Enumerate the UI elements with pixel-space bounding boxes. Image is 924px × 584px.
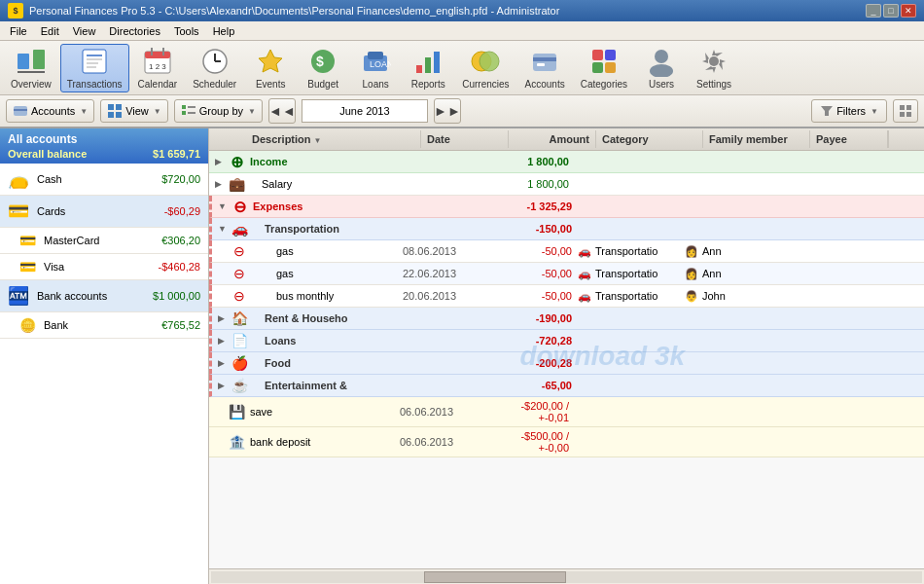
view-btn-label: View bbox=[125, 105, 149, 117]
horizontal-scrollbar[interactable] bbox=[209, 568, 924, 584]
overall-balance-label: Overall balance bbox=[8, 148, 87, 160]
sidebar-item-cash[interactable]: 👝 Cash $720,00 bbox=[0, 164, 208, 196]
col-header-description[interactable]: Description ▼ bbox=[246, 130, 421, 148]
sidebar-item-cards[interactable]: 💳 Cards -$60,29 bbox=[0, 196, 208, 228]
expand-icon[interactable]: ▶ bbox=[218, 313, 230, 323]
maximize-button[interactable]: □ bbox=[883, 4, 899, 18]
currencies-icon bbox=[470, 46, 501, 77]
menu-tools[interactable]: Tools bbox=[168, 24, 205, 38]
groupby-button[interactable]: Group by ▼ bbox=[174, 99, 263, 123]
bank-label: Bank bbox=[44, 319, 154, 331]
h-scroll-thumb[interactable] bbox=[424, 571, 566, 583]
toolbar-scheduler[interactable]: Scheduler bbox=[186, 44, 243, 92]
col-header-family[interactable]: Family member bbox=[703, 130, 810, 148]
view-dropdown-arrow: ▼ bbox=[154, 107, 161, 116]
expand-icon[interactable]: ▶ bbox=[218, 381, 230, 390]
expand-icon[interactable]: ▼ bbox=[218, 201, 230, 211]
mastercard-amount: €306,20 bbox=[161, 235, 200, 246]
expand-icon[interactable]: ▶ bbox=[218, 358, 230, 368]
table-row[interactable]: ▶ ⊕ Income 1 800,00 bbox=[209, 151, 924, 173]
view-icon bbox=[107, 103, 123, 119]
table-row[interactable]: ▶ 🏠 Rent & Househo -190,00 bbox=[209, 308, 924, 330]
toolbar-users-label: Users bbox=[649, 79, 674, 90]
food-desc: Food bbox=[249, 357, 403, 369]
expand-icon[interactable]: ▶ bbox=[215, 179, 227, 189]
gas2-category: 🚗 Transportatio bbox=[578, 268, 685, 280]
toolbar-currencies[interactable]: Currencies bbox=[455, 44, 515, 92]
overall-balance-amount: $1 659,71 bbox=[153, 148, 200, 160]
view-button[interactable]: View ▼ bbox=[100, 99, 168, 123]
accounts-btn-label: Accounts bbox=[31, 105, 75, 117]
minimize-button[interactable]: _ bbox=[866, 4, 881, 18]
toolbar-reports[interactable]: Reports bbox=[403, 44, 453, 92]
svg-rect-27 bbox=[533, 54, 556, 71]
toolbar-accounts-label: Accounts bbox=[525, 79, 565, 90]
next-period-button[interactable]: ►► bbox=[434, 98, 461, 124]
save-amount: -$200,00 / +-0,01 bbox=[487, 400, 575, 423]
col-header-date[interactable]: Date bbox=[421, 130, 509, 148]
table-row[interactable]: ▼ ⊖ Expenses -1 325,29 bbox=[209, 196, 924, 218]
table-row[interactable]: ▼ 🚗 Transportation -150,00 bbox=[209, 218, 924, 240]
all-accounts-label: All accounts bbox=[8, 132, 200, 146]
table-row[interactable]: 💾 save 06.06.2013 -$200,00 / +-0,01 bbox=[209, 397, 924, 427]
toolbar-categories[interactable]: Categories bbox=[574, 44, 634, 92]
h-scroll-track[interactable] bbox=[211, 571, 922, 583]
menu-directories[interactable]: Directories bbox=[103, 24, 166, 38]
table-row[interactable]: ▶ 📄 Loans -720,28 bbox=[209, 330, 924, 352]
toolbar-overview[interactable]: Overview bbox=[4, 44, 58, 92]
table-row[interactable]: ▶ 🍎 Food -200,28 bbox=[209, 352, 924, 375]
salary-icon: 💼 bbox=[227, 176, 246, 192]
table-row[interactable]: ⊖ gas 22.06.2013 -50,00 🚗 Transportatio … bbox=[209, 263, 924, 285]
gas2-fam-icon: 👩 bbox=[685, 268, 698, 280]
expand-icon[interactable]: ▼ bbox=[218, 224, 230, 234]
sidebar-item-mastercard[interactable]: 💳 MasterCard €306,20 bbox=[0, 228, 208, 254]
menu-view[interactable]: View bbox=[67, 24, 102, 38]
filters-button[interactable]: Filters ▼ bbox=[811, 99, 887, 123]
accounts-button[interactable]: Accounts ▼ bbox=[6, 99, 94, 123]
gas1-fam-icon: 👩 bbox=[685, 245, 698, 258]
table-row[interactable]: ⊖ gas 08.06.2013 -50,00 🚗 Transportatio … bbox=[209, 240, 924, 263]
layout-button[interactable] bbox=[893, 99, 918, 123]
expand-icon[interactable]: ▶ bbox=[215, 157, 227, 166]
title-bar: $ Personal Finances Pro 5.3 - C:\Users\A… bbox=[0, 0, 924, 21]
toolbar-loans[interactable]: LOAN Loans bbox=[350, 44, 401, 92]
toolbar-accounts[interactable]: Accounts bbox=[518, 44, 572, 92]
table-row[interactable]: ▶ ☕ Entertainment & -65,00 bbox=[209, 375, 924, 397]
menu-file[interactable]: File bbox=[4, 24, 33, 38]
bus-family: 👨 John bbox=[685, 290, 792, 303]
prev-period-button[interactable]: ◄◄ bbox=[268, 98, 296, 124]
svg-marker-47 bbox=[821, 106, 833, 116]
sidebar: All accounts Overall balance $1 659,71 👝… bbox=[0, 128, 209, 584]
toolbar-calendar[interactable]: 1 2 3 Calendar bbox=[131, 44, 185, 92]
col-header-payee[interactable]: Payee bbox=[810, 130, 888, 148]
transportation-desc: Transportation bbox=[249, 223, 403, 235]
toolbar-budget[interactable]: $ Budget bbox=[298, 44, 348, 92]
col-header-category[interactable]: Category bbox=[596, 130, 703, 148]
sidebar-item-bank-accounts[interactable]: 🏧 Bank accounts $1 000,00 bbox=[0, 280, 208, 312]
svg-point-26 bbox=[480, 52, 499, 71]
toolbar-events[interactable]: Events bbox=[245, 44, 296, 92]
window-controls: _ □ ✕ bbox=[866, 4, 916, 18]
close-button[interactable]: ✕ bbox=[901, 4, 916, 18]
svg-rect-30 bbox=[592, 50, 603, 60]
scheduler-icon bbox=[199, 46, 231, 77]
toolbar-settings[interactable]: Settings bbox=[689, 44, 739, 92]
sidebar-item-visa[interactable]: 💳 Visa -$460,28 bbox=[0, 254, 208, 280]
menu-help[interactable]: Help bbox=[207, 24, 241, 38]
toolbar-transactions[interactable]: Transactions bbox=[60, 44, 129, 92]
expand-icon[interactable]: ▶ bbox=[218, 336, 230, 346]
table-row[interactable]: ▶ 💼 Salary 1 800,00 bbox=[209, 173, 924, 196]
menu-edit[interactable]: Edit bbox=[35, 24, 65, 38]
expenses-icon: ⊖ bbox=[230, 199, 249, 214]
table-row[interactable]: 🏦 bank deposit 06.06.2013 -$500,00 / +-0… bbox=[209, 427, 924, 457]
col-header-amount[interactable]: Amount bbox=[509, 130, 596, 148]
loans-icon: LOAN bbox=[360, 46, 391, 77]
toolbar-users[interactable]: Users bbox=[636, 44, 687, 92]
svg-rect-29 bbox=[537, 63, 545, 66]
main-toolbar: Overview Transactions 1 2 3 Calendar Sch… bbox=[0, 41, 924, 95]
transactions-icon bbox=[79, 46, 110, 77]
sidebar-item-bank[interactable]: 🪙 Bank €765,52 bbox=[0, 312, 208, 339]
svg-rect-1 bbox=[33, 50, 45, 69]
svg-rect-24 bbox=[434, 52, 440, 73]
table-row[interactable]: ⊖ bus monthly 20.06.2013 -50,00 🚗 Transp… bbox=[209, 285, 924, 308]
